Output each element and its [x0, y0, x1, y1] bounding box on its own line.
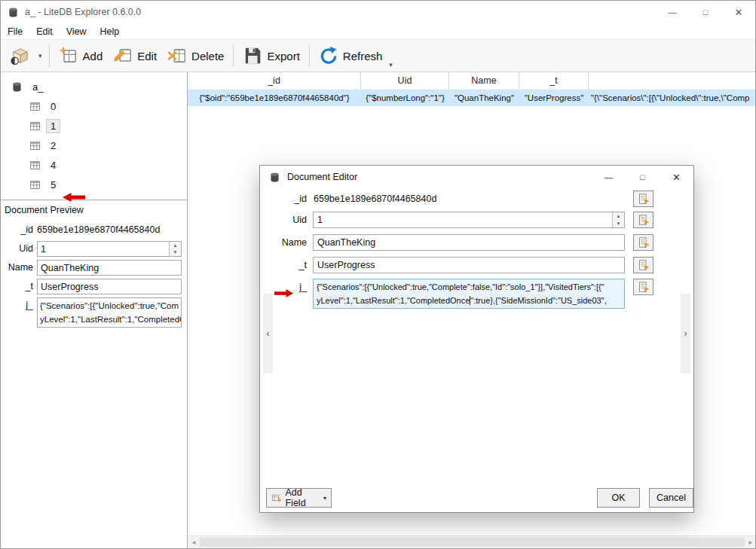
document-preview-title: Document Preview — [5, 205, 182, 215]
tree-item-label: 0 — [47, 100, 60, 113]
dialog-j-line2-b: ":true},{"SideMissionId":"US_side03", — [470, 296, 606, 305]
preview-name-row: Name QuanTheKing — [5, 260, 182, 276]
preview-name-input[interactable]: QuanTheKing — [37, 260, 182, 276]
preview-id-label: _id — [5, 222, 33, 238]
tree-item-1[interactable]: 1 — [1, 116, 187, 136]
dialog-j-line1: {"Scenarios":[{"Unlocked":true,"Complete… — [317, 280, 624, 294]
dialog-t-value: UserProgress — [317, 260, 375, 270]
tree-item-2[interactable]: 2 — [1, 136, 187, 155]
open-database-dropdown[interactable]: ▾ — [35, 49, 45, 63]
spin-down-button[interactable]: ▼ — [170, 249, 181, 257]
dialog-uid-label: Uid — [260, 212, 307, 228]
export-icon — [243, 46, 262, 66]
spin-up-button[interactable]: ▲ — [613, 212, 624, 220]
number-spinner: ▲ ▼ — [169, 242, 181, 256]
scroll-left-icon: ◄ — [191, 539, 197, 546]
chevron-right-icon: › — [684, 328, 687, 339]
name-edit-button[interactable] — [633, 234, 653, 251]
preview-uid-row: Uid 1 ▲ ▼ — [5, 241, 182, 257]
cell-t: "UserProgress" — [519, 90, 589, 106]
table-icon — [29, 179, 41, 191]
preview-t-label: _t — [5, 279, 33, 294]
close-button[interactable]: ✕ — [722, 1, 755, 23]
column-header-name[interactable]: Name — [449, 72, 519, 90]
preview-j-line2: yLevel":1,"LastResult":1,"CompletedO — [40, 313, 181, 326]
export-button-label: Export — [267, 50, 299, 63]
preview-uid-input[interactable]: 1 ▲ ▼ — [37, 241, 182, 257]
add-button[interactable]: Add — [54, 42, 109, 69]
chevron-down-icon: ▾ — [38, 52, 42, 59]
dialog-uid-input[interactable]: 1 ▲ ▼ — [313, 212, 625, 228]
uid-edit-button[interactable] — [633, 212, 653, 228]
tree-item-5[interactable]: 5 — [1, 175, 187, 194]
preview-j-line1: {"Scenarios":[{"Unlocked":true,"Com — [40, 299, 181, 313]
tree-item-0[interactable]: 0 — [1, 96, 187, 116]
dialog-name-input[interactable]: QuanTheKing — [313, 234, 625, 251]
dialog-scroll-right-button[interactable]: › — [681, 294, 690, 374]
menu-edit[interactable]: Edit — [29, 23, 60, 39]
refresh-button[interactable]: Refresh — [314, 42, 388, 69]
dialog-uid-value: 1 — [317, 215, 323, 225]
cell-uid: {"$numberLong":"1"} — [361, 90, 449, 106]
document-editor-dialog: Document Editor — □ ✕ _id 659be1e189e687… — [259, 165, 694, 513]
column-header-uid[interactable]: Uid — [361, 72, 449, 90]
number-spinner: ▲ ▼ — [612, 212, 624, 227]
tree-item-label: 2 — [47, 139, 60, 152]
preview-t-input[interactable]: UserProgress — [37, 279, 182, 294]
scroll-left-button[interactable]: ◄ — [188, 539, 200, 546]
tree-root-database[interactable]: a_ — [1, 77, 187, 96]
table-icon — [29, 120, 41, 132]
t-edit-button[interactable] — [633, 257, 653, 273]
open-database-button[interactable] — [5, 42, 35, 69]
dialog-j-input[interactable]: {"Scenarios":[{"Unlocked":true,"Complete… — [313, 279, 625, 309]
delete-button[interactable]: Delete — [162, 42, 229, 69]
toolbar-overflow-button[interactable]: ▾ — [389, 61, 393, 69]
menu-help[interactable]: Help — [93, 23, 127, 39]
grid-header: _id Uid Name _t — [188, 72, 756, 90]
dialog-t-input[interactable]: UserProgress — [313, 257, 625, 273]
cancel-button[interactable]: Cancel — [649, 488, 693, 508]
grid-row[interactable]: {"$oid":"659be1e189e6870f4465840d"} {"$n… — [188, 90, 756, 106]
toolbar-separator — [309, 44, 310, 67]
ok-button[interactable]: OK — [597, 488, 640, 508]
table-icon — [29, 160, 41, 171]
dialog-id-row: _id 659be1e189e6870f4465840d — [260, 191, 693, 207]
horizontal-scrollbar[interactable]: ◄ ► — [188, 535, 756, 548]
preview-j-label: j_ — [5, 297, 33, 313]
column-header-t[interactable]: _t — [519, 72, 589, 90]
add-field-button[interactable]: Add Field ▾ — [266, 488, 332, 508]
window-controls: — □ ✕ — [656, 1, 755, 23]
caret-down-icon: ▼ — [616, 221, 620, 227]
column-header-extra[interactable] — [589, 72, 756, 90]
dialog-id-value: 659be1e189e6870f4465840d — [314, 191, 436, 207]
preview-name-value: QuanTheKing — [41, 263, 99, 273]
tree-root-label: a_ — [29, 81, 47, 93]
scrollbar-thumb[interactable] — [200, 538, 745, 547]
maximize-button[interactable]: □ — [689, 1, 722, 23]
open-editor-icon — [638, 236, 650, 249]
chevron-down-icon: ▾ — [323, 495, 326, 502]
dialog-maximize-button[interactable]: □ — [626, 166, 660, 188]
dialog-j-row: j_ {"Scenarios":[{"Unlocked":true,"Compl… — [260, 279, 693, 309]
menu-view[interactable]: View — [60, 23, 93, 39]
spin-up-button[interactable]: ▲ — [170, 242, 181, 249]
preview-j-input[interactable]: {"Scenarios":[{"Unlocked":true,"Com yLev… — [37, 297, 182, 328]
menu-file[interactable]: File — [1, 23, 29, 39]
column-header-id[interactable]: _id — [188, 72, 361, 90]
export-button[interactable]: Export — [237, 42, 305, 69]
titlebar: a_ - LiteDB Explorer 0.6.0.0 — □ ✕ — [1, 1, 755, 23]
left-panel: a_ 0 1 2 4 5 Document — [1, 72, 188, 549]
edit-button[interactable]: Edit — [108, 42, 162, 69]
scroll-right-button[interactable]: ► — [745, 539, 756, 546]
open-editor-icon — [638, 259, 650, 271]
dialog-scroll-left-button[interactable]: ‹ — [263, 294, 273, 374]
window-title: a_ - LiteDB Explorer 0.6.0.0 — [25, 7, 141, 17]
spin-down-button[interactable]: ▼ — [613, 220, 624, 227]
dialog-minimize-button[interactable]: — — [592, 166, 626, 188]
tree-item-4[interactable]: 4 — [1, 155, 187, 175]
id-edit-button[interactable] — [633, 191, 653, 207]
minimize-button[interactable]: — — [656, 1, 689, 23]
dialog-icon — [269, 172, 280, 183]
dialog-close-button[interactable]: ✕ — [660, 166, 693, 188]
j-edit-button[interactable] — [633, 279, 653, 295]
